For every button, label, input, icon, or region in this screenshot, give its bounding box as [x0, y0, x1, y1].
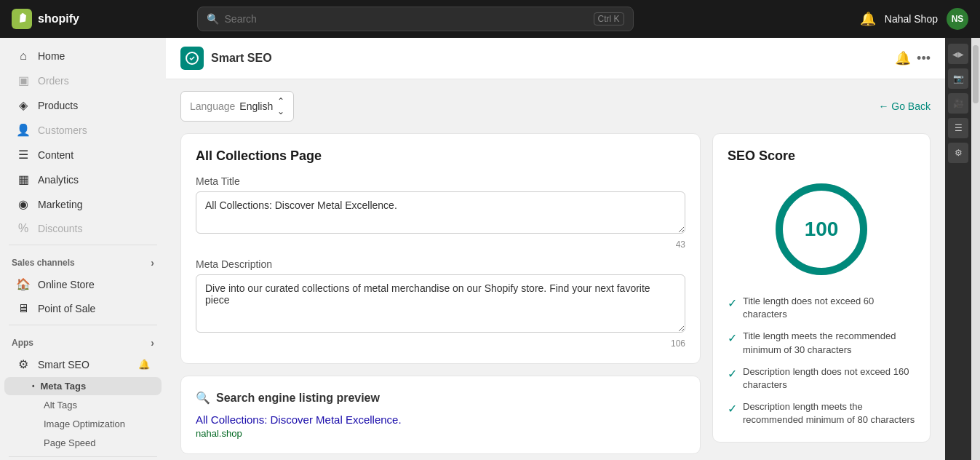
sidebar-item-online-store[interactable]: 🏠 Online Store — [4, 272, 162, 296]
seo-check-icon-2: ✓ — [728, 330, 737, 346]
content-icon: ☰ — [16, 148, 31, 162]
seo-score-title: SEO Score — [728, 148, 915, 164]
sidebar-item-content[interactable]: ☰ Content — [4, 143, 162, 167]
sidebar-item-analytics[interactable]: ▦ Analytics — [4, 167, 162, 191]
search-input[interactable] — [225, 13, 588, 25]
sidebar-item-orders[interactable]: ▣ Orders — [4, 68, 162, 92]
sidebar-item-label: Home — [38, 50, 65, 62]
analytics-icon: ▦ — [16, 172, 31, 186]
sidebar-item-label: Marketing — [38, 199, 82, 210]
point-of-sale-icon: 🖥 — [16, 302, 31, 315]
seo-score-card: SEO Score 100 — [712, 133, 931, 443]
language-value: English — [239, 100, 273, 112]
seo-score-sidebar: SEO Score 100 — [712, 133, 931, 460]
sales-channels-label: Sales channels — [12, 258, 75, 268]
seo-check-4: ✓ Description length meets the recommend… — [728, 400, 915, 427]
products-icon: ◈ — [16, 98, 31, 112]
sidebar-item-label: Content — [38, 149, 73, 161]
meta-title-char-count: 43 — [196, 239, 685, 250]
search-preview-icon: 🔍 — [196, 391, 210, 405]
smart-seo-bell-icon: 🔔 — [138, 359, 150, 370]
shopify-logo: shopify — [12, 9, 79, 29]
sidebar-item-label: Orders — [38, 75, 69, 87]
sidebar-sub-meta-tags[interactable]: • Meta Tags — [4, 377, 162, 395]
page-content: Smart SEO 🔔 ••• Language English ⌃⌄ ← Go… — [166, 38, 945, 460]
sidebar-item-products[interactable]: ◈ Products — [4, 93, 162, 117]
right-tool-settings[interactable]: ⚙ — [948, 143, 968, 163]
sidebar-item-label: Customers — [38, 124, 87, 136]
sidebar-item-label: Online Store — [38, 279, 95, 290]
sidebar-item-smart-seo[interactable]: ⚙ Smart SEO 🔔 — [4, 352, 162, 376]
user-avatar[interactable]: NS — [947, 8, 968, 30]
seo-check-1: ✓ Title length does not exceed 60 charac… — [728, 295, 915, 321]
shop-name: Nahal Shop — [885, 13, 938, 25]
sidebar-sub-image-optimization[interactable]: Image Optimization — [4, 415, 162, 433]
sidebar-sub-page-speed[interactable]: Page Speed — [4, 434, 162, 452]
seo-check-icon-1: ✓ — [728, 296, 737, 312]
sales-channels-section: Sales channels › — [0, 250, 166, 271]
sidebar-item-customers[interactable]: 👤 Customers — [4, 118, 162, 142]
discounts-icon: % — [16, 222, 31, 235]
sidebar-divider-3 — [9, 456, 157, 457]
search-preview-link[interactable]: All Collections: Discover Metal Excellen… — [196, 413, 402, 426]
online-store-icon: 🏠 — [16, 277, 31, 291]
sidebar-sub-alt-tags[interactable]: Alt Tags — [4, 396, 162, 414]
sidebar-item-label: Point of Sale — [38, 303, 95, 314]
home-icon: ⌂ — [16, 49, 31, 63]
seo-circle-container: 100 — [728, 178, 915, 280]
apps-section: Apps › — [0, 330, 166, 352]
sidebar-item-label: Discounts — [38, 223, 82, 234]
sales-channels-expand-icon[interactable]: › — [151, 257, 154, 269]
toolbar: Language English ⌃⌄ ← Go Back — [180, 91, 931, 122]
sidebar-item-discounts[interactable]: % Discounts — [4, 217, 162, 240]
app-header-actions: 🔔 ••• — [895, 50, 931, 66]
customers-icon: 👤 — [16, 123, 31, 137]
search-icon: 🔍 — [207, 13, 219, 25]
inner-content: Language English ⌃⌄ ← Go Back All Collec… — [166, 79, 945, 460]
sidebar-item-point-of-sale[interactable]: 🖥 Point of Sale — [4, 297, 162, 320]
right-tool-video[interactable]: 🎥 — [948, 93, 968, 114]
sidebar-item-home[interactable]: ⌂ Home — [4, 44, 162, 68]
meta-desc-char-count: 106 — [196, 338, 685, 349]
app-header: Smart SEO 🔔 ••• — [166, 38, 945, 79]
search-preview-card: 🔍 Search engine listing preview All Coll… — [180, 376, 701, 454]
search-bar[interactable]: 🔍 Ctrl K — [197, 7, 634, 31]
meta-title-input[interactable] — [196, 191, 685, 234]
search-preview-url: nahal.shop — [196, 428, 685, 439]
app-title: Smart SEO — [211, 52, 888, 65]
sidebar-divider-1 — [9, 245, 157, 245]
apps-expand-icon[interactable]: › — [151, 337, 154, 349]
seo-checks-list: ✓ Title length does not exceed 60 charac… — [728, 295, 915, 427]
scroll-thumb[interactable] — [973, 45, 979, 103]
meta-tags-dot-icon: • — [32, 382, 35, 390]
language-select[interactable]: Language English ⌃⌄ — [180, 91, 294, 122]
seo-score-circle: 100 — [770, 178, 872, 280]
sidebar-item-marketing[interactable]: ◉ Marketing — [4, 192, 162, 216]
header-more-icon[interactable]: ••• — [917, 51, 931, 66]
seo-check-text-2: Title length meets the recommended minim… — [743, 330, 915, 356]
shopify-logo-icon — [12, 9, 32, 29]
right-tool-expand[interactable]: ◀▶ — [948, 44, 968, 64]
sidebar: ⌂ Home ▣ Orders ◈ Products 👤 Customers ☰… — [0, 38, 166, 460]
right-tool-list[interactable]: ☰ — [948, 118, 968, 138]
seo-check-3: ✓ Description length does not exceed 160… — [728, 365, 915, 392]
header-bell-icon[interactable]: 🔔 — [895, 50, 911, 66]
right-tool-camera[interactable]: 📷 — [948, 68, 968, 89]
sidebar-sub-label: Alt Tags — [44, 400, 77, 411]
page-scrollbar[interactable] — [971, 38, 980, 460]
language-label: Language — [190, 100, 235, 112]
notification-bell-icon[interactable]: 🔔 — [860, 11, 876, 27]
apps-label: Apps — [12, 338, 33, 348]
marketing-icon: ◉ — [16, 197, 31, 211]
meta-desc-input[interactable] — [196, 274, 685, 333]
right-tools-panel: ◀▶ 📷 🎥 ☰ ⚙ — [945, 38, 971, 460]
content-grid: All Collections Page Meta Title 43 Meta … — [180, 133, 931, 460]
smart-seo-icon: ⚙ — [16, 357, 31, 371]
sidebar-sub-label: Page Speed — [44, 437, 96, 448]
go-back-button[interactable]: ← Go Back — [878, 100, 931, 112]
seo-check-icon-3: ✓ — [728, 366, 737, 382]
meta-desc-label: Meta Description — [196, 258, 685, 270]
meta-title-label: Meta Title — [196, 175, 685, 187]
seo-check-2: ✓ Title length meets the recommended min… — [728, 330, 915, 356]
seo-check-text-3: Description length does not exceed 160 c… — [743, 365, 915, 392]
